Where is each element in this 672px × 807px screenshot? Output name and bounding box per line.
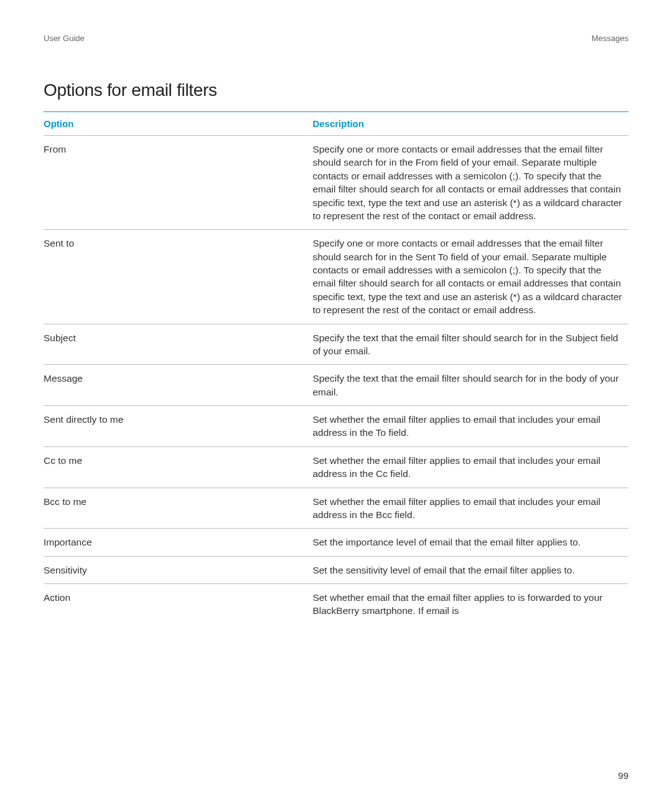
- description-cell: Specify one or more contacts or email ad…: [312, 230, 628, 324]
- table-row: Bcc to me Set whether the email filter a…: [44, 488, 628, 529]
- table-row: Action Set whether email that the email …: [44, 584, 628, 625]
- description-cell: Set the importance level of email that t…: [312, 529, 628, 556]
- table-row: Importance Set the importance level of e…: [44, 529, 628, 556]
- option-cell: Sensitivity: [44, 556, 312, 583]
- description-cell: Set whether email that the email filter …: [312, 584, 628, 625]
- table-row: Sent to Specify one or more contacts or …: [44, 230, 628, 324]
- option-cell: Action: [44, 584, 312, 625]
- description-cell: Specify the text that the email filter s…: [312, 365, 628, 406]
- table-row: From Specify one or more contacts or ema…: [44, 136, 628, 230]
- description-cell: Set whether the email filter applies to …: [312, 406, 628, 447]
- description-cell: Set whether the email filter applies to …: [312, 446, 628, 488]
- option-cell: Message: [44, 365, 312, 406]
- header-left: User Guide: [44, 34, 85, 43]
- option-cell: From: [44, 136, 312, 230]
- table-row: Subject Specify the text that the email …: [44, 324, 628, 365]
- header-description: Description: [312, 112, 628, 136]
- option-cell: Cc to me: [44, 446, 312, 488]
- options-table: Option Description From Specify one or m…: [44, 111, 628, 625]
- option-cell: Bcc to me: [44, 488, 312, 529]
- description-cell: Set the sensitivity level of email that …: [312, 556, 628, 583]
- table-row: Sensitivity Set the sensitivity level of…: [44, 556, 628, 583]
- header-option: Option: [44, 112, 312, 136]
- description-cell: Specify the text that the email filter s…: [312, 324, 628, 365]
- table-row: Sent directly to me Set whether the emai…: [44, 406, 628, 447]
- description-cell: Set whether the email filter applies to …: [312, 488, 628, 529]
- header-right: Messages: [592, 34, 628, 43]
- option-cell: Importance: [44, 529, 312, 556]
- page-title: Options for email filters: [44, 80, 628, 100]
- option-cell: Sent to: [44, 230, 312, 324]
- option-cell: Subject: [44, 324, 312, 365]
- table-row: Message Specify the text that the email …: [44, 365, 628, 406]
- page-header: User Guide Messages: [44, 34, 628, 43]
- table-row: Cc to me Set whether the email filter ap…: [44, 446, 628, 488]
- description-cell: Specify one or more contacts or email ad…: [312, 136, 628, 230]
- page-number: 99: [618, 770, 628, 781]
- option-cell: Sent directly to me: [44, 406, 312, 447]
